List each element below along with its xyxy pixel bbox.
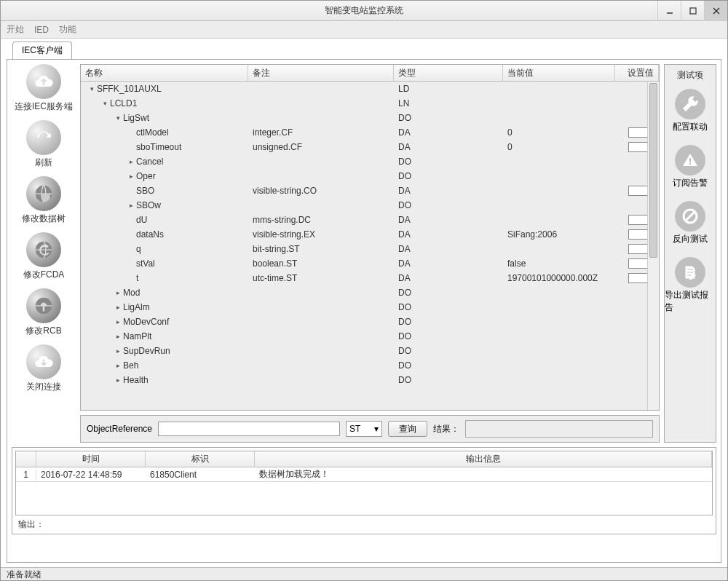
tree-row[interactable]: tutc-time.STDA19700101000000.000Z [81,271,659,285]
menu-ied[interactable]: IED [34,25,49,35]
connect-iec-label: 连接IEC服务端 [15,100,73,113]
forbidden-icon [675,201,705,232]
col-setval[interactable]: 设置值 [615,65,659,81]
tree-expander-icon[interactable]: ▾ [88,85,95,92]
tree-node-remark: integer.CF [248,127,394,138]
main-area: 名称 备注 类型 当前值 设置值 ▾SFFK_101AUXLLD▾LCLD1LN… [80,64,660,443]
tree-row[interactable]: ▸OperDO [81,169,659,183]
col-remark[interactable]: 备注 [248,65,394,81]
log-col-index [16,451,36,467]
modify-fcda-button[interactable]: 修改FCDA [23,232,65,281]
close-button[interactable] [704,1,727,21]
connect-iec-button[interactable]: 连接IEC服务端 [15,64,73,113]
menu-bar: 开始 IED 功能 [1,21,727,39]
tree-row[interactable]: ▾SFFK_101AUXLLD [81,82,659,96]
tree-node-name: LigSwt [123,113,149,123]
tree-node-name: stVal [136,258,155,269]
modify-fcda-label: 修改FCDA [23,269,65,281]
status-bar: 准备就绪 [1,567,727,581]
scrollbar-thumb[interactable] [649,83,657,258]
tree-row[interactable]: ▾LigSwtDO [81,111,659,125]
tree-expander-icon[interactable]: ▾ [114,114,122,122]
tree-row[interactable]: stValboolean.STDAfalse [81,256,659,271]
tree-node-type: DA [394,215,503,225]
close-connection-button[interactable]: 关闭连接 [26,344,61,393]
tree-row[interactable]: ▸MoDevConfDO [81,315,659,329]
col-curval[interactable]: 当前值 [503,65,615,81]
object-reference-input[interactable] [158,422,340,436]
minimize-button[interactable] [657,1,681,21]
tree-row[interactable]: sboTimeoutunsigned.CFDA0 [81,140,659,154]
tree-expander-icon[interactable]: ▸ [114,347,122,355]
tree-node-name: SBOw [136,200,161,210]
col-type[interactable]: 类型 [394,65,503,81]
export-report-label: 导出测试报告 [665,289,716,314]
tree-expander-icon[interactable]: ▸ [127,158,135,165]
vertical-scrollbar[interactable] [647,82,659,410]
tree-node-name: NamPlt [123,331,151,341]
modify-tree-button[interactable]: 修改数据树 [22,176,66,225]
tree-node-curval: SiFang:2006 [503,229,615,240]
svg-line-8 [685,211,695,221]
export-report-button[interactable]: 导出测试报告 [665,257,716,314]
tree-node-type: DO [394,171,503,181]
config-link-label: 配置联动 [673,121,708,133]
log-col-flag[interactable]: 标识 [146,451,255,467]
log-header: 时间 标识 输出信息 [16,451,712,467]
subscribe-alarm-button[interactable]: 订阅告警 [673,145,708,189]
tree-node-name: Beh [123,360,138,371]
tree-node-type: DA [394,142,503,152]
refresh-button[interactable]: 刷新 [26,120,61,169]
tree-expander-icon[interactable]: ▸ [127,202,135,209]
log-row[interactable]: 1 2016-07-22 14:48:59 61850Client 数据树加载完… [16,467,712,482]
log-col-msg[interactable]: 输出信息 [255,451,712,467]
modify-rcb-button[interactable]: 修改RCB [25,288,61,337]
menu-start[interactable]: 开始 [7,23,24,36]
tree-node-type: DO [394,346,503,356]
tree-node-name: SBO [136,186,154,196]
tree-row[interactable]: dataNsvisible-string.EXDASiFang:2006 [81,227,659,242]
tree-node-curval: false [503,258,615,269]
grid-body: ▾SFFK_101AUXLLD▾LCLD1LN▾LigSwtDOctlModel… [81,82,659,410]
tree-row[interactable]: ▸BehDO [81,358,659,373]
tree-row[interactable]: dUmms-string.DCDA [81,213,659,227]
tree-row[interactable]: ▾LCLD1LN [81,96,659,111]
tree-expander-icon[interactable]: ▸ [114,304,122,311]
tree-row[interactable]: ctlModelinteger.CFDA0 [81,125,659,140]
left-toolbar: 连接IEC服务端 刷新 修改数据树 修改FCDA 修改RCB [12,64,76,443]
right-toolbar: 测试项 配置联动 订阅告警 反向测试 导出测试报告 [664,64,716,443]
tree-expander-icon[interactable]: ▸ [114,362,122,369]
tree-expander-icon[interactable]: ▸ [114,333,122,340]
globe-refresh-icon [26,232,61,267]
tree-node-type: LN [394,98,503,108]
menu-function[interactable]: 功能 [59,23,76,36]
log-col-time[interactable]: 时间 [36,451,146,467]
tree-row[interactable]: SBOvisible-string.CODA [81,183,659,198]
tree-expander-icon[interactable]: ▸ [127,173,135,180]
tree-row[interactable]: ▸SBOwDO [81,198,659,213]
tab-iec-client[interactable]: IEC客户端 [12,42,72,59]
maximize-button[interactable] [681,1,704,21]
tree-expander-icon[interactable]: ▸ [114,376,122,384]
tree-node-name: SupDevRun [123,346,170,356]
tree-expander-icon[interactable]: ▾ [101,100,108,107]
tree-row[interactable]: ▸ModDO [81,285,659,300]
query-button[interactable]: 查询 [388,421,427,437]
tree-row[interactable]: ▸NamPltDO [81,329,659,344]
tree-row[interactable]: ▸HealthDO [81,373,659,387]
tree-node-name: q [136,244,141,254]
tree-row[interactable]: ▸CancelDO [81,154,659,169]
data-tree-grid[interactable]: 名称 备注 类型 当前值 设置值 ▾SFFK_101AUXLLD▾LCLD1LN… [80,64,660,411]
tree-row[interactable]: ▸SupDevRunDO [81,344,659,358]
tree-node-name: Mod [123,288,140,298]
cloud-download-icon [26,344,61,379]
fc-select[interactable]: ST ▾ [346,421,382,437]
reverse-test-button[interactable]: 反向测试 [673,201,708,245]
col-name[interactable]: 名称 [81,65,248,81]
tree-row[interactable]: ▸LigAlmDO [81,300,659,315]
config-link-button[interactable]: 配置联动 [673,89,708,133]
tree-row[interactable]: qbit-string.STDA [81,242,659,256]
tree-node-name: LigAlm [123,302,150,312]
tree-expander-icon[interactable]: ▸ [114,318,122,325]
tree-expander-icon[interactable]: ▸ [114,289,122,296]
